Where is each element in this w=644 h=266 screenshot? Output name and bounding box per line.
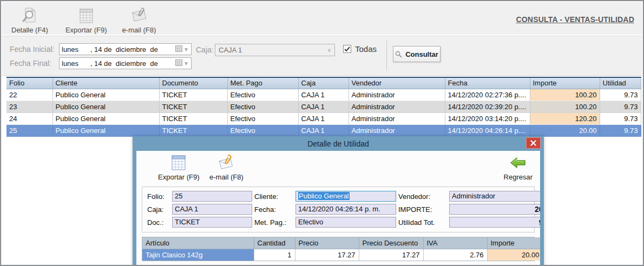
column-header-cantidad[interactable]: Cantidad — [254, 237, 295, 249]
dialog-email-button[interactable]: e-mail (F8) — [209, 154, 244, 181]
folio-field[interactable]: 25 — [172, 191, 252, 202]
cliente-field[interactable]: Publico General — [295, 191, 396, 202]
regresar-label: Regresar — [504, 173, 533, 181]
filter-separator — [386, 41, 387, 71]
detalle-button[interactable]: Detalle (F4) — [6, 4, 53, 36]
detalle-utilidad-dialog: Detalle de Utilidad Exportar (F9) — [133, 136, 544, 266]
doc-field[interactable]: TICKET — [172, 217, 252, 228]
cell-folio: 22 — [6, 89, 52, 101]
dialog-exportar-label: Exportar (F9) — [158, 173, 200, 181]
column-header-vendedor[interactable]: Vendedor — [349, 77, 445, 89]
chevron-down-icon: ▼ — [183, 61, 189, 66]
doc-label: Doc.: — [147, 218, 170, 227]
item-row[interactable]: Tajin Clasico 142g 1 17.27 17.27 2.76 20… — [142, 249, 540, 261]
items-header-row: Artículo Cantidad Precio Precio Descuent… — [142, 237, 540, 249]
table-row[interactable]: 23 Publico General TICKET Efectivo CAJA … — [6, 101, 641, 112]
cell-cantidad: 1 — [254, 249, 295, 261]
cell-documento: TICKET — [159, 124, 227, 136]
cell-precio-descuento: 17.27 — [359, 249, 423, 261]
fecha-final-label: Fecha Final: — [10, 59, 51, 68]
sales-table: Folio Cliente Documento Met. Pago Caja V… — [6, 77, 641, 137]
table-row[interactable]: 22 Publico General TICKET Efectivo CAJA … — [6, 89, 641, 101]
fecha-inicial-value: lunes , 14 de diciembre de 2020 — [62, 45, 160, 54]
cell-fecha: 14/12/2020 03:14:20 p.... — [445, 112, 530, 124]
cell-caja: CAJA 1 — [298, 124, 349, 136]
todas-checkbox[interactable] — [343, 45, 351, 53]
column-header-precio[interactable]: Precio — [295, 237, 359, 249]
cell-vendedor: Administrador — [349, 124, 445, 136]
exportar-button[interactable]: Exportar (F9) — [61, 4, 112, 36]
dialog-title: Detalle de Utilidad — [133, 136, 544, 151]
magnifier-icon — [395, 51, 402, 58]
cell-fecha: 14/12/2020 02:27:36 p.... — [445, 89, 530, 101]
email-button[interactable]: e-mail (F8) — [117, 4, 161, 36]
met-pag-label: Met. Pag.: — [254, 218, 293, 227]
cell-articulo: Tajin Clasico 142g — [142, 249, 254, 261]
magnifier-document-icon — [21, 6, 39, 25]
cell-importe: 120.20 — [530, 112, 600, 124]
cell-documento: TICKET — [159, 112, 227, 124]
cell-utilidad: 9.73 — [600, 112, 641, 124]
cell-vendedor: Administrador — [349, 101, 445, 112]
spreadsheet-icon — [172, 154, 186, 171]
consultar-button[interactable]: Consultar — [393, 46, 441, 62]
close-icon — [530, 140, 536, 146]
column-header-importe[interactable]: Importe — [530, 77, 600, 89]
consultar-button-label: Consultar — [405, 50, 438, 58]
column-header-caja[interactable]: Caja — [298, 77, 349, 89]
column-header-iva[interactable]: IVA — [423, 237, 487, 249]
chevron-down-icon: ∨ — [327, 47, 331, 53]
column-header-cliente[interactable]: Cliente — [52, 77, 159, 89]
fecha-final-picker[interactable]: lunes , 14 de diciembre de 2020 ▼ — [59, 57, 192, 69]
detail-fields-panel: Folio: 25 Cliente: Publico General Vende… — [142, 187, 535, 232]
caja-select[interactable]: CAJA 1 ∨ — [215, 44, 335, 56]
close-button[interactable] — [526, 137, 541, 149]
calendar-icon — [160, 51, 182, 76]
cell-cliente: Publico General — [52, 124, 159, 136]
cell-importe-item: 20.00 — [487, 249, 540, 261]
column-header-folio[interactable]: Folio — [6, 77, 52, 89]
cell-cliente: Publico General — [52, 101, 159, 112]
cell-utilidad: 9.73 — [600, 101, 641, 112]
email-attachment-icon — [218, 154, 235, 171]
cell-importe: 100.20 — [530, 101, 600, 112]
column-header-utilidad[interactable]: Utilidad — [600, 77, 641, 89]
column-header-fecha[interactable]: Fecha — [445, 77, 530, 89]
met-pag-field[interactable]: Efectivo — [295, 217, 396, 228]
caja-field-label: Caja: — [147, 205, 170, 214]
fecha-final-value: lunes , 14 de diciembre de 2020 — [62, 59, 160, 68]
dialog-exportar-button[interactable]: Exportar (F9) — [158, 154, 200, 181]
column-header-importe-item[interactable]: Importe — [487, 237, 540, 249]
back-arrow-icon — [510, 154, 526, 171]
todas-checkbox-group: Todas — [343, 44, 377, 54]
importe-field[interactable]: 20.00 — [449, 204, 540, 215]
fecha-field[interactable]: 14/12/2020 04:26:14 p. m. — [295, 204, 396, 215]
column-header-precio-descuento[interactable]: Precio Descuento — [359, 237, 423, 249]
exportar-button-label: Exportar (F9) — [65, 26, 107, 34]
app-window: Detalle (F4) Exportar (F9) — [0, 0, 644, 266]
cliente-selected-text: Publico General — [298, 192, 350, 200]
vendedor-label: Vendedor: — [398, 192, 447, 201]
email-button-label: e-mail (F8) — [122, 26, 156, 34]
table-row-selected[interactable]: 25 Publico General TICKET Efectivo CAJA … — [6, 124, 641, 136]
cell-caja: CAJA 1 — [298, 112, 349, 124]
dialog-email-label: e-mail (F8) — [209, 173, 244, 181]
table-row[interactable]: 24 Publico General TICKET Efectivo CAJA … — [6, 112, 641, 124]
column-header-documento[interactable]: Documento — [159, 77, 227, 89]
vendedor-field[interactable]: Administrador — [449, 191, 540, 202]
column-header-met-pago[interactable]: Met. Pago — [227, 77, 298, 89]
cell-fecha: 14/12/2020 04:26:14 p.... — [445, 124, 530, 136]
report-title-link[interactable]: CONSULTA - VENTAS-UTILIDAD — [516, 15, 634, 24]
items-table-wrap: Artículo Cantidad Precio Precio Descuent… — [142, 237, 535, 261]
cell-precio: 17.27 — [295, 249, 359, 261]
cell-met-pago: Efectivo — [227, 89, 298, 101]
utilidad-tot-field[interactable]: 9.73 — [449, 217, 540, 228]
cell-vendedor: Administrador — [349, 89, 445, 101]
regresar-button[interactable]: Regresar — [504, 154, 533, 181]
cliente-label: Cliente: — [254, 192, 293, 201]
cell-folio: 25 — [6, 124, 52, 136]
column-header-articulo[interactable]: Artículo — [142, 237, 254, 249]
caja-field[interactable]: CAJA 1 — [172, 204, 252, 215]
utilidad-tot-label: Utilidad Tot. — [398, 218, 447, 227]
cell-caja: CAJA 1 — [298, 101, 349, 112]
